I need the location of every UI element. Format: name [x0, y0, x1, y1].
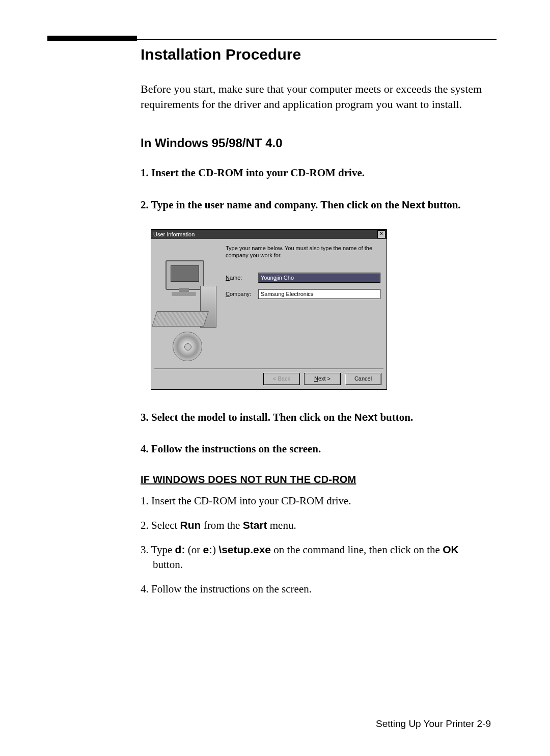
name-field[interactable]: Youngjin Cho	[258, 273, 380, 283]
alt3-setup: \setup.exe	[218, 544, 271, 555]
dialog-titlebar: User Information ×	[151, 230, 387, 239]
step-3: 3. Select the model to install. Then cli…	[141, 410, 487, 424]
user-information-dialog: User Information × Type your name below.…	[151, 229, 387, 390]
step-2-next: Next	[402, 199, 425, 210]
page-footer: Setting Up Your Printer 2-9	[0, 718, 550, 730]
name-label: Name:	[226, 275, 258, 281]
alt3-ok: OK	[443, 544, 459, 555]
cancel-button[interactable]: Cancel	[345, 373, 381, 385]
alt2-e: menu.	[267, 519, 296, 531]
close-icon[interactable]: ×	[377, 230, 386, 238]
next-button[interactable]: Next >	[304, 373, 341, 385]
name-row: Name: Youngjin Cho	[226, 273, 380, 283]
section-subhead: In Windows 95/98/NT 4.0	[141, 136, 487, 150]
step-2: 2. Type in the user name and company. Th…	[141, 198, 487, 212]
dialog-illustration	[157, 245, 218, 362]
page-title: Installation Procedure	[141, 46, 487, 63]
alt3-e2: )	[212, 544, 218, 556]
step-3-text-a: 3. Select the model to install. Then cli…	[141, 411, 354, 423]
step-2-text-a: 2. Type in the user name and company. Th…	[141, 199, 402, 211]
dialog-title: User Information	[153, 231, 195, 237]
step-2-text-c: button.	[425, 199, 461, 211]
alt3-g: on the command line, then click on the	[271, 544, 443, 556]
step-1: 1. Insert the CD-ROM into your CD-ROM dr…	[141, 166, 487, 180]
company-label: Company:	[226, 291, 258, 297]
monitor-icon	[166, 260, 204, 290]
cd-disc-icon	[173, 332, 202, 361]
alt-step-3: 3. Type d: (or e:) \setup.exe on the com…	[141, 543, 487, 572]
alt3-d: d:	[175, 544, 185, 555]
alt2-run: Run	[180, 519, 201, 531]
alt3-c: (or	[185, 544, 203, 556]
alt3-a: 3. Type	[141, 544, 175, 556]
dialog-instruction: Type your name below. You must also type…	[226, 245, 380, 259]
keyboard-icon	[152, 311, 209, 327]
header-thick-rule	[47, 36, 137, 41]
back-button: < Back	[263, 373, 300, 385]
alt-step-4: 4. Follow the instructions on the screen…	[141, 582, 487, 596]
header-thin-rule	[137, 39, 497, 40]
alt3-i: button.	[153, 558, 183, 571]
alt2-c: from the	[201, 519, 242, 531]
alt2-a: 2. Select	[141, 519, 180, 531]
company-field[interactable]: Samsung Electronics	[258, 289, 380, 299]
alt-section-heading: IF WINDOWS DOES NOT RUN THE CD-ROM	[141, 474, 487, 485]
alt-step-1: 1. Insert the CD-ROM into your CD-ROM dr…	[141, 494, 487, 508]
step-3-next: Next	[354, 411, 378, 423]
monitor-stand	[179, 288, 189, 292]
company-row: Company: Samsung Electronics	[226, 289, 380, 299]
step-4: 4. Follow the instructions on the screen…	[141, 442, 487, 456]
monitor-base	[172, 292, 196, 296]
alt2-start: Start	[243, 519, 267, 531]
alt-step-2: 2. Select Run from the Start menu.	[141, 518, 487, 532]
step-3-text-c: button.	[377, 411, 413, 423]
alt3-e: e:	[203, 544, 212, 555]
intro-paragraph: Before you start, make sure that your co…	[141, 82, 487, 112]
